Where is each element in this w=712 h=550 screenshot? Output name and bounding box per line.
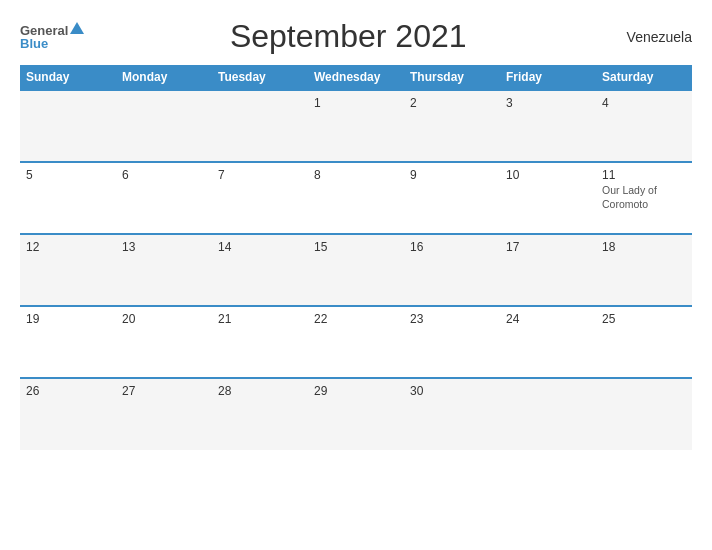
- day-number: 18: [602, 240, 686, 254]
- day-number: 3: [506, 96, 590, 110]
- weekday-header-thursday: Thursday: [404, 65, 500, 90]
- weekday-header-sunday: Sunday: [20, 65, 116, 90]
- day-number: 19: [26, 312, 110, 326]
- day-cell: [116, 90, 212, 162]
- day-number: 8: [314, 168, 398, 182]
- day-number: 12: [26, 240, 110, 254]
- day-cell: [20, 90, 116, 162]
- day-cell: 10: [500, 162, 596, 234]
- day-number: 23: [410, 312, 494, 326]
- day-number: 6: [122, 168, 206, 182]
- day-cell: 17: [500, 234, 596, 306]
- day-cell: 20: [116, 306, 212, 378]
- day-cell: 3: [500, 90, 596, 162]
- day-number: 7: [218, 168, 302, 182]
- day-number: 9: [410, 168, 494, 182]
- day-number: 1: [314, 96, 398, 110]
- day-number: 2: [410, 96, 494, 110]
- day-number: 24: [506, 312, 590, 326]
- day-number: 27: [122, 384, 206, 398]
- day-cell: 19: [20, 306, 116, 378]
- logo: General Blue: [20, 24, 84, 50]
- day-cell: 4: [596, 90, 692, 162]
- day-cell: 28: [212, 378, 308, 450]
- day-cell: 24: [500, 306, 596, 378]
- day-number: 22: [314, 312, 398, 326]
- calendar-table: SundayMondayTuesdayWednesdayThursdayFrid…: [20, 65, 692, 450]
- day-cell: [500, 378, 596, 450]
- week-row-2: 12131415161718: [20, 234, 692, 306]
- day-cell: 9: [404, 162, 500, 234]
- month-title: September 2021: [84, 18, 612, 55]
- day-cell: 25: [596, 306, 692, 378]
- day-number: 20: [122, 312, 206, 326]
- day-cell: 7: [212, 162, 308, 234]
- day-number: 21: [218, 312, 302, 326]
- day-number: 26: [26, 384, 110, 398]
- day-cell: [596, 378, 692, 450]
- week-row-0: 1234: [20, 90, 692, 162]
- day-cell: 5: [20, 162, 116, 234]
- country-label: Venezuela: [612, 29, 692, 45]
- header: General Blue September 2021 Venezuela: [20, 18, 692, 55]
- holiday-label: Our Lady of Coromoto: [602, 184, 686, 211]
- day-number: 10: [506, 168, 590, 182]
- weekday-header-monday: Monday: [116, 65, 212, 90]
- day-cell: 13: [116, 234, 212, 306]
- day-cell: 15: [308, 234, 404, 306]
- week-row-4: 2627282930: [20, 378, 692, 450]
- logo-blue: Blue: [20, 37, 48, 50]
- day-number: 5: [26, 168, 110, 182]
- day-number: 16: [410, 240, 494, 254]
- day-cell: 18: [596, 234, 692, 306]
- logo-text: General: [20, 24, 84, 37]
- day-cell: 23: [404, 306, 500, 378]
- day-cell: 21: [212, 306, 308, 378]
- weekday-header-tuesday: Tuesday: [212, 65, 308, 90]
- day-cell: 8: [308, 162, 404, 234]
- day-number: 29: [314, 384, 398, 398]
- day-number: 15: [314, 240, 398, 254]
- day-number: 4: [602, 96, 686, 110]
- calendar-page: General Blue September 2021 Venezuela Su…: [0, 0, 712, 550]
- week-row-1: 567891011Our Lady of Coromoto: [20, 162, 692, 234]
- weekday-header-wednesday: Wednesday: [308, 65, 404, 90]
- day-cell: 6: [116, 162, 212, 234]
- day-cell: 14: [212, 234, 308, 306]
- day-cell: 1: [308, 90, 404, 162]
- day-number: 17: [506, 240, 590, 254]
- day-number: 14: [218, 240, 302, 254]
- weekday-header-saturday: Saturday: [596, 65, 692, 90]
- weekday-header-friday: Friday: [500, 65, 596, 90]
- day-cell: 27: [116, 378, 212, 450]
- day-cell: 30: [404, 378, 500, 450]
- day-number: 11: [602, 168, 686, 182]
- day-number: 30: [410, 384, 494, 398]
- day-number: 25: [602, 312, 686, 326]
- day-cell: 16: [404, 234, 500, 306]
- day-number: 28: [218, 384, 302, 398]
- day-cell: 29: [308, 378, 404, 450]
- day-cell: [212, 90, 308, 162]
- day-cell: 2: [404, 90, 500, 162]
- day-cell: 22: [308, 306, 404, 378]
- weekday-header-row: SundayMondayTuesdayWednesdayThursdayFrid…: [20, 65, 692, 90]
- week-row-3: 19202122232425: [20, 306, 692, 378]
- day-cell: 26: [20, 378, 116, 450]
- logo-triangle-icon: [70, 22, 84, 34]
- day-cell: 12: [20, 234, 116, 306]
- logo-general: General: [20, 24, 68, 37]
- day-cell: 11Our Lady of Coromoto: [596, 162, 692, 234]
- day-number: 13: [122, 240, 206, 254]
